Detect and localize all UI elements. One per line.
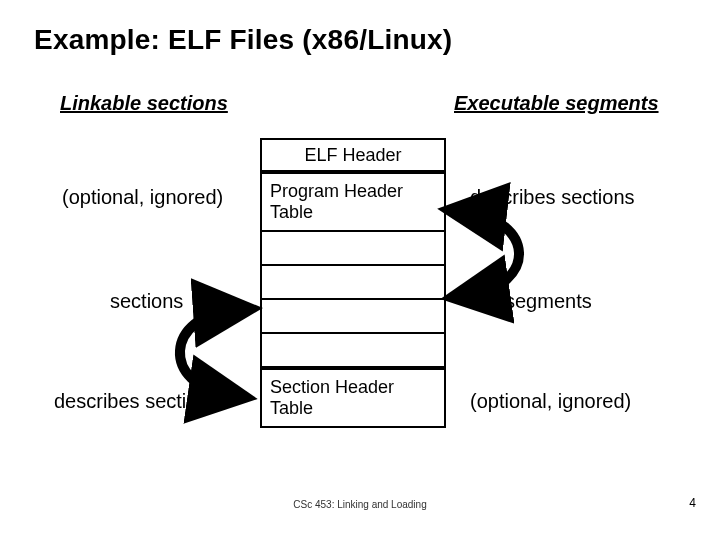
column-heading-linkable: Linkable sections: [60, 92, 228, 115]
box-section-row: [260, 232, 446, 266]
annotation-left-program-header: (optional, ignored): [62, 186, 223, 209]
box-section-header-table: Section Header Table: [260, 368, 446, 428]
box-section-header-table-label: Section Header Table: [270, 377, 436, 419]
footer-page-number: 4: [689, 496, 696, 510]
curved-arrow-right-icon: [440, 200, 550, 310]
box-program-header-table: Program Header Table: [260, 172, 446, 232]
footer-course: CSc 453: Linking and Loading: [0, 499, 720, 510]
annotation-right-section-header: (optional, ignored): [470, 390, 631, 413]
column-heading-executable: Executable segments: [454, 92, 659, 115]
box-section-row: [260, 300, 446, 334]
box-section-row: [260, 266, 446, 300]
box-elf-header: ELF Header: [260, 138, 446, 172]
box-elf-header-label: ELF Header: [304, 145, 401, 166]
slide-title: Example: ELF Files (x86/Linux): [34, 24, 452, 56]
box-program-header-table-label: Program Header Table: [270, 181, 436, 223]
box-section-row: [260, 334, 446, 368]
curved-arrow-left-icon: [150, 300, 260, 410]
